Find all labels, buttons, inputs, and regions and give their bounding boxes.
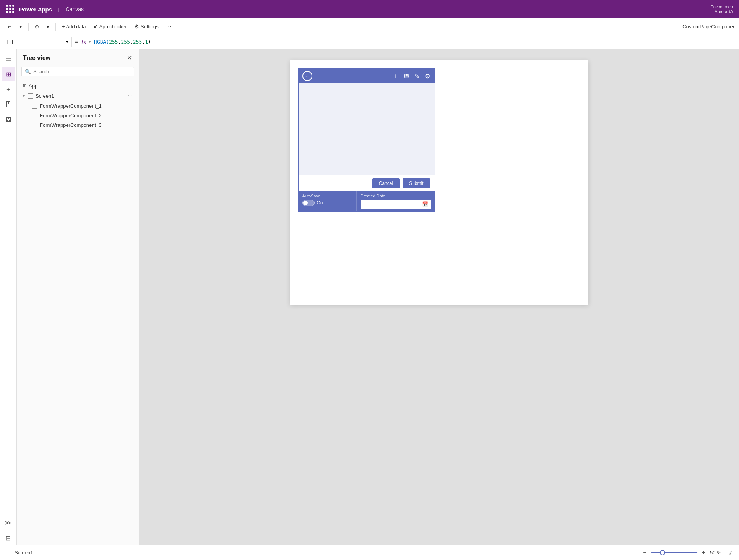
- zoom-unit: %: [717, 550, 721, 555]
- zoom-expand-button[interactable]: ⤢: [728, 550, 733, 556]
- top-bar: Power Apps | Canvas Environmen AuroraBA: [0, 0, 739, 18]
- component3-label: FormWrapperComponent_3: [40, 122, 102, 128]
- env-label: Environmen: [710, 5, 733, 9]
- component2-label: FormWrapperComponent_2: [40, 113, 102, 118]
- widget-submit-button[interactable]: Submit: [403, 178, 430, 188]
- ellipsis-icon: ⋯: [166, 24, 171, 29]
- component3-icon: [32, 123, 37, 128]
- formula-rgba-func: RGBA(: [94, 39, 109, 45]
- widget-settings-button[interactable]: ⚙: [424, 72, 431, 81]
- widget-back-button[interactable]: ←: [302, 71, 312, 81]
- tree-item-component1[interactable]: FormWrapperComponent_1: [17, 101, 139, 111]
- tree-item-app[interactable]: ⊞ App: [17, 81, 139, 91]
- autosave-label: AutoSave: [302, 194, 352, 198]
- layers-button[interactable]: ⊞: [2, 67, 15, 81]
- apps-grid-icon[interactable]: [6, 5, 15, 13]
- save-icon: ⊙: [35, 24, 39, 29]
- widget-header-left: ←: [302, 71, 312, 81]
- zoom-controls: − + 50 % ⤢: [642, 549, 733, 557]
- layers-icon: ⊞: [6, 71, 11, 78]
- component2-icon: [32, 113, 37, 118]
- brand-separator: |: [58, 6, 59, 12]
- tree-item-component3[interactable]: FormWrapperComponent_3: [17, 120, 139, 130]
- date-input-field[interactable]: [363, 202, 421, 207]
- formula-expression[interactable]: RGBA(255, 255, 255, 1): [92, 39, 736, 45]
- toolbar-separator-2: [55, 23, 56, 31]
- zoom-out-button[interactable]: −: [642, 549, 648, 557]
- add-data-button[interactable]: + Add data: [59, 22, 89, 31]
- brand-name: Power Apps: [19, 6, 52, 13]
- screen1-frame-icon: [28, 93, 33, 99]
- property-name: Fill: [6, 39, 13, 45]
- screen-icon: [6, 550, 11, 555]
- formula-close-paren: ): [148, 39, 151, 45]
- toggle-on-label: On: [317, 200, 323, 206]
- widget-body: [299, 83, 435, 175]
- widget-edit-button[interactable]: ✎: [414, 72, 420, 81]
- more-options-button[interactable]: ⋯: [163, 22, 174, 31]
- page-name: CustomPageComponer: [682, 24, 734, 29]
- zoom-in-button[interactable]: +: [700, 549, 707, 557]
- fx-label: fx ▾: [81, 39, 90, 45]
- media-button[interactable]: 🖼: [2, 113, 15, 127]
- main-layout: ☰ ⊞ ＋ 🗄 🖼 ≫ ⊟ Tree view ✕ 🔍: [0, 49, 739, 545]
- power-automate-button[interactable]: ≫: [2, 516, 15, 529]
- data-icon: 🗄: [5, 101, 11, 108]
- search-input[interactable]: [33, 69, 131, 74]
- widget-footer-autosave: AutoSave On: [299, 191, 356, 211]
- tree-view-title: Tree view: [23, 55, 50, 62]
- app-grid-icon: ⊞: [23, 83, 26, 88]
- screen1-more-icon[interactable]: ···: [128, 92, 133, 99]
- widget-footer: AutoSave On Created Date 📅: [299, 191, 435, 211]
- data-button[interactable]: 🗄: [2, 98, 15, 112]
- undo-button[interactable]: ↩: [5, 22, 15, 31]
- variables-button[interactable]: ⊟: [2, 531, 15, 545]
- tree-close-button[interactable]: ✕: [126, 53, 133, 62]
- toolbar: ↩ ▾ ⊙ ▾ + Add data ✔ App checker ⚙ Setti…: [0, 18, 739, 35]
- save-button[interactable]: ⊙: [32, 22, 42, 31]
- screen1-chevron-icon: ▾: [23, 94, 25, 98]
- calendar-icon: 📅: [422, 201, 428, 207]
- widget-add-button[interactable]: ＋: [392, 71, 400, 81]
- undo-icon: ↩: [8, 24, 12, 29]
- date-input-box[interactable]: 📅: [361, 200, 431, 209]
- formula-comma1: ,: [118, 39, 121, 45]
- property-dropdown-arrow: ▾: [66, 39, 68, 45]
- settings-label: Settings: [141, 24, 159, 29]
- toggle-thumb: [303, 201, 308, 205]
- undo-dropdown[interactable]: ▾: [16, 22, 25, 31]
- canvas-area: ← ＋ ⛃ ✎ ⚙ Cancel Submit: [139, 49, 739, 545]
- canvas-label: Canvas: [66, 6, 84, 12]
- widget-filter-button[interactable]: ⛃: [403, 72, 410, 81]
- save-dropdown[interactable]: ▾: [44, 22, 52, 31]
- status-bar: Screen1 − + 50 % ⤢: [0, 545, 739, 560]
- autosave-toggle[interactable]: On: [302, 200, 352, 206]
- created-date-label: Created Date: [361, 194, 431, 198]
- formula-comma3: ,: [142, 39, 145, 45]
- component1-icon: [32, 104, 37, 109]
- app-item-label: App: [29, 83, 37, 89]
- hamburger-menu-button[interactable]: ☰: [2, 52, 15, 66]
- app-checker-button[interactable]: ✔ App checker: [91, 22, 130, 31]
- insert-button[interactable]: ＋: [2, 83, 15, 96]
- tree-items-list: ⊞ App ▾ Screen1 ··· FormWrapperComponent…: [17, 79, 139, 545]
- zoom-slider[interactable]: [651, 552, 697, 553]
- search-box: 🔍: [21, 67, 134, 76]
- formula-arg2: 255: [121, 39, 130, 45]
- zoom-value: 50: [710, 550, 715, 555]
- formula-arg3: 255: [133, 39, 142, 45]
- flow-icon: ≫: [5, 519, 11, 526]
- tree-item-screen1[interactable]: ▾ Screen1 ···: [17, 91, 139, 101]
- settings-button[interactable]: ⚙ Settings: [132, 22, 162, 31]
- environment-info: Environmen AuroraBA: [710, 5, 733, 14]
- equals-sign: =: [75, 39, 78, 45]
- widget-cancel-button[interactable]: Cancel: [372, 178, 400, 188]
- fx-chevron[interactable]: ▾: [88, 40, 90, 44]
- toggle-track[interactable]: [302, 200, 315, 206]
- property-dropdown[interactable]: Fill ▾: [3, 37, 72, 47]
- widget-actions: Cancel Submit: [299, 175, 435, 191]
- screen-name: Screen1: [15, 550, 33, 555]
- tree-item-component2[interactable]: FormWrapperComponent_2: [17, 111, 139, 120]
- hamburger-icon: ☰: [6, 55, 11, 63]
- chevron-down-icon-2: ▾: [47, 24, 49, 29]
